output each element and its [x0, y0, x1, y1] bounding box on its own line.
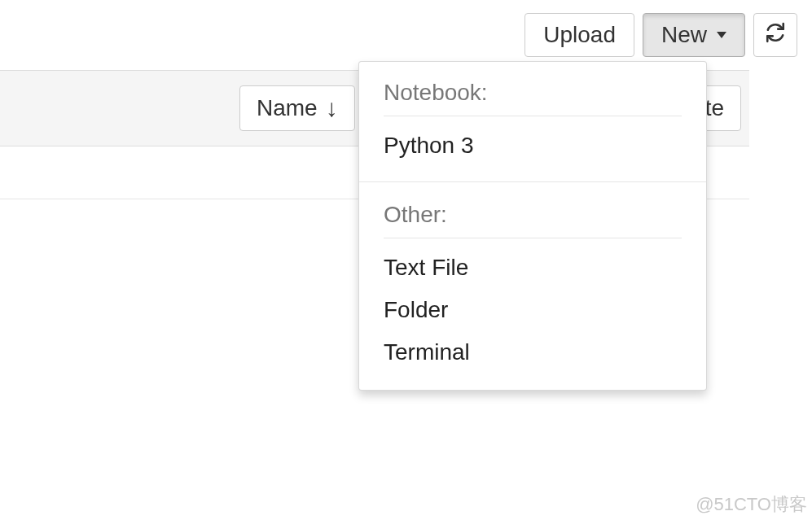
divider: [384, 238, 682, 238]
toolbar: Upload New: [525, 13, 797, 57]
dropdown-item-textfile[interactable]: Text File: [359, 247, 706, 289]
new-label: New: [661, 22, 707, 48]
dropdown-item-python3[interactable]: Python 3: [359, 125, 706, 167]
new-button[interactable]: New: [643, 13, 745, 57]
dropdown-item-terminal[interactable]: Terminal: [359, 331, 706, 374]
dropdown-item-folder[interactable]: Folder: [359, 289, 706, 331]
dropdown-header-notebook: Notebook:: [359, 72, 706, 109]
refresh-button[interactable]: [753, 13, 797, 57]
arrow-down-icon: ↓: [326, 94, 338, 122]
sort-name-label: Name: [257, 95, 318, 121]
divider: [384, 116, 682, 116]
caret-down-icon: [717, 32, 726, 38]
divider: [359, 181, 706, 182]
sort-date-label-partial: te: [705, 95, 724, 120]
new-dropdown-menu: Notebook: Python 3 Other: Text File Fold…: [358, 61, 707, 391]
upload-label: Upload: [543, 22, 616, 48]
sort-name-button[interactable]: Name ↓: [239, 85, 355, 131]
watermark: @51CTO博客: [696, 492, 807, 517]
upload-button[interactable]: Upload: [525, 13, 634, 57]
refresh-icon: [765, 22, 786, 49]
dropdown-header-other: Other:: [359, 194, 706, 231]
